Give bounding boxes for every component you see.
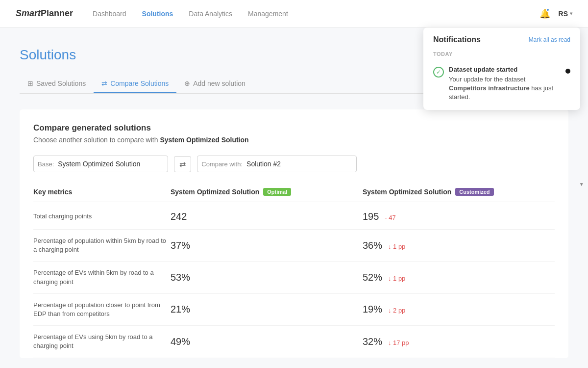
notif-item: ✓ Dataset update started Your update for… xyxy=(423,61,580,110)
notif-header: Notifications Mark all as read xyxy=(423,27,580,49)
notif-event-title: Dataset update started xyxy=(449,66,561,73)
notifications-panel: Notifications Mark all as read TODAY ✓ D… xyxy=(423,27,580,110)
notif-content: Dataset update started Your update for t… xyxy=(449,66,561,102)
mark-all-read-link[interactable]: Mark all as read xyxy=(529,36,570,43)
notif-event-body: Your update for the dataset Competitors … xyxy=(449,75,561,102)
notif-check-icon: ✓ xyxy=(433,67,444,78)
notif-title: Notifications xyxy=(433,35,481,44)
notif-unread-dot xyxy=(565,69,570,74)
notif-today-label: TODAY xyxy=(423,49,580,61)
